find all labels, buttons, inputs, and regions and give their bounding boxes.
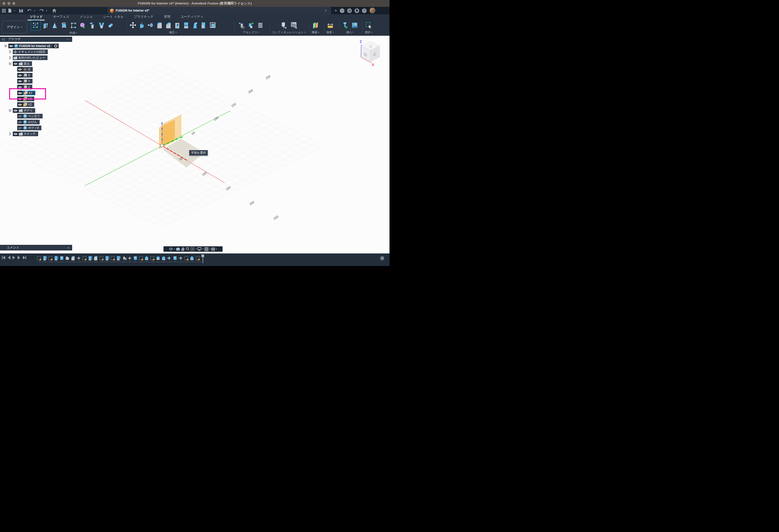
eye-visible-icon[interactable] (17, 73, 23, 77)
insert-fastener-button[interactable] (341, 20, 350, 30)
tree-row-label[interactable]: かびん (27, 120, 40, 124)
close-tab-icon[interactable]: × (325, 9, 327, 12)
timeline-feature-extrude-icon[interactable] (54, 256, 58, 260)
fit-menu-caret-icon[interactable]: ▾ (195, 248, 197, 250)
create-sketch-button[interactable] (31, 20, 41, 31)
group-modify-dropdown[interactable]: 修正▾ (169, 31, 177, 34)
tree-row-label[interactable]: FUISON for Interior v2 (19, 44, 53, 48)
timeline-feature-sketch-icon[interactable] (48, 256, 52, 260)
tree-row-X[interactable]: X (17, 73, 33, 77)
tree-row-かびん[interactable]: かびん (17, 120, 40, 124)
timeline-feature-body-icon[interactable] (173, 256, 177, 260)
timeline-feature-extrude-icon[interactable] (116, 256, 120, 260)
timeline-feature-chamfer-icon[interactable] (65, 256, 69, 260)
tab-plastic[interactable]: プラスチック (132, 14, 156, 20)
timeline-feature-fillet-icon[interactable] (94, 256, 98, 260)
configuration-table-button[interactable] (289, 20, 299, 30)
timeline-feature-sketch-icon[interactable] (195, 256, 200, 260)
fit-icon[interactable] (191, 247, 194, 251)
add-comment-icon[interactable]: + (67, 246, 69, 250)
timeline-feature-combine-icon[interactable] (156, 256, 160, 260)
viewcube[interactable]: Z X 上 前 右 (358, 39, 386, 66)
tree-row-label[interactable]: O (27, 68, 33, 71)
group-construct-dropdown[interactable]: 構築▾ (312, 31, 319, 34)
viewport-3d[interactable] (0, 36, 390, 253)
group-insert-dropdown[interactable]: 挿入▾ (346, 31, 354, 34)
timeline-feature-sketch-icon[interactable] (37, 256, 41, 260)
tree-row-名前の付いたビュー[interactable]: 名前の付いたビュー (13, 55, 48, 60)
app-grid-icon[interactable] (2, 9, 6, 12)
home-icon[interactable] (52, 9, 56, 12)
chevron-right-icon[interactable] (9, 50, 12, 53)
combine-button[interactable] (182, 20, 191, 30)
add-tab-icon[interactable]: + (335, 8, 337, 13)
workspace-selector[interactable]: デザイン▾ (2, 21, 27, 34)
tree-row-label[interactable]: YZ (27, 103, 34, 106)
tree-row-ドキュメントの設定[interactable]: ドキュメントの設定 (13, 50, 48, 54)
origin-point[interactable] (161, 144, 164, 147)
grid-settings-icon[interactable] (204, 247, 208, 251)
timeline-feature-sketch-icon[interactable] (111, 256, 115, 260)
notifications-icon[interactable] (355, 8, 359, 13)
zoom-icon[interactable]: ± (186, 247, 190, 251)
display-menu-caret-icon[interactable]: ▾ (202, 248, 203, 250)
timeline-feature-extrude-icon[interactable] (88, 256, 92, 260)
loft-button[interactable] (87, 20, 97, 30)
skip-end-icon[interactable] (23, 256, 26, 259)
tree-row-label[interactable]: ペン立て (27, 114, 43, 118)
timeline-feature-extrude-icon[interactable] (43, 256, 47, 260)
timeline-feature-body-icon[interactable] (133, 256, 137, 260)
timeline-feature-move-icon[interactable] (127, 256, 132, 260)
timeline-feature-sketch-icon[interactable] (150, 256, 155, 260)
tab-solid[interactable]: ソリッド (27, 14, 45, 20)
eye-visible-icon[interactable] (17, 102, 23, 107)
group-inspect-dropdown[interactable]: 検査▾ (326, 31, 334, 34)
collapse-panel-icon[interactable] (2, 38, 5, 41)
configuration-button[interactable] (278, 20, 289, 30)
save-icon[interactable] (19, 9, 23, 12)
step-forward-icon[interactable] (18, 256, 21, 259)
new-component-button[interactable] (246, 20, 255, 30)
orbit-icon[interactable] (169, 247, 173, 251)
timeline-feature-revolve-icon[interactable] (144, 256, 149, 260)
tree-row-ボディ8[interactable]: ボディ8 (17, 126, 41, 130)
look-at-icon[interactable] (176, 247, 180, 251)
undo-icon[interactable] (27, 9, 32, 12)
activate-component-icon[interactable] (53, 44, 59, 48)
chevron-down-icon[interactable] (9, 62, 12, 65)
file-menu-caret-icon[interactable]: ▾ (14, 10, 15, 12)
press-pull-button[interactable] (137, 20, 146, 30)
timeline-feature-sketch-icon[interactable] (99, 256, 103, 260)
undo-menu-caret-icon[interactable]: ▾ (34, 10, 36, 12)
timeline-settings-gear-icon[interactable] (380, 256, 384, 260)
tree-row-label[interactable]: 原点 (23, 62, 32, 66)
timeline-feature-body-icon[interactable] (60, 256, 64, 260)
display-settings-icon[interactable] (197, 247, 201, 251)
replace-face-button[interactable] (199, 20, 208, 30)
group-create-dropdown[interactable]: 作成▾ (69, 31, 77, 35)
offset-face-button[interactable] (146, 20, 155, 30)
timeline-feature-extrude-icon[interactable] (105, 256, 109, 260)
job-status-icon[interactable]: ◷ (347, 8, 352, 13)
pipe-button[interactable] (106, 20, 115, 30)
chevron-down-icon[interactable] (4, 44, 7, 48)
chevron-right-icon[interactable] (9, 132, 12, 135)
step-back-icon[interactable] (7, 256, 10, 259)
play-icon[interactable] (12, 256, 15, 259)
move-button[interactable] (128, 20, 137, 30)
skip-start-icon[interactable] (2, 256, 5, 259)
viewports-menu-caret-icon[interactable]: ▾ (216, 248, 217, 250)
chamfer-button[interactable] (164, 20, 173, 30)
split-body-button[interactable] (208, 20, 217, 30)
timeline-feature-move-icon[interactable] (179, 256, 183, 260)
tree-row-label[interactable]: ドキュメントの設定 (18, 50, 48, 54)
create-form-button[interactable] (78, 20, 87, 30)
timeline-feature-sketch-icon[interactable] (139, 256, 143, 260)
timeline-feature-offset-icon[interactable] (167, 256, 171, 260)
eye-visible-icon[interactable] (13, 61, 18, 66)
eye-visible-icon[interactable] (17, 67, 23, 72)
tab-sheet-metal[interactable]: シート メタル (101, 14, 126, 20)
help-icon[interactable]: ? (362, 8, 367, 13)
measure-button[interactable] (325, 20, 335, 30)
bom-table-button[interactable] (255, 20, 265, 30)
